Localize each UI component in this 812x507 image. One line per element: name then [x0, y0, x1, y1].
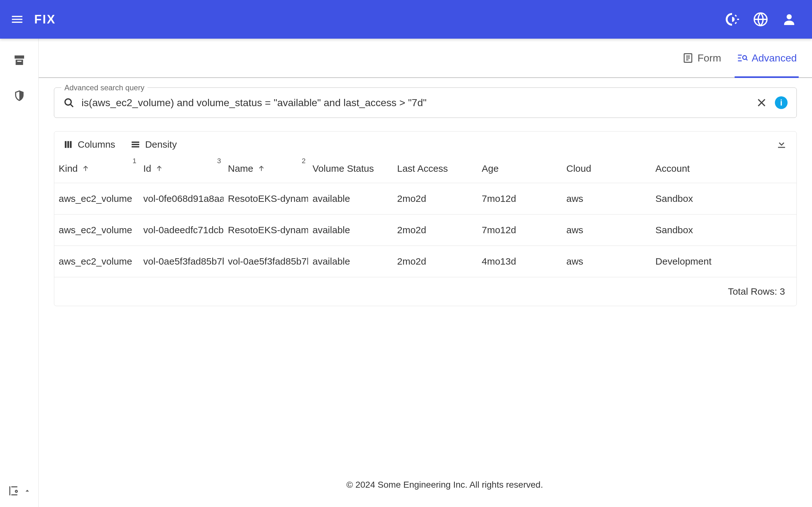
col-last-access-label: Last Access	[397, 163, 448, 174]
sort-asc-icon	[155, 164, 163, 173]
table-row[interactable]: aws_ec2_volumevol-0fe068d91a8aaacResotoE…	[54, 183, 797, 215]
cell-kind: aws_ec2_volume	[54, 215, 139, 246]
cell-age: 7mo12d	[477, 183, 562, 215]
cell-account: Sandbox	[651, 215, 797, 246]
sidebar	[0, 39, 39, 507]
cell-kind: aws_ec2_volume	[54, 246, 139, 277]
table-row[interactable]: aws_ec2_volumevol-0adeedfc71dcbe9ResotoE…	[54, 215, 797, 246]
col-last-access[interactable]: Last Access	[393, 158, 477, 183]
col-kind-label: Kind	[59, 163, 78, 174]
cell-volume_status: available	[308, 215, 393, 246]
search-icon	[63, 97, 74, 108]
cell-id: vol-0adeedfc71dcbe9	[139, 215, 223, 246]
columns-label: Columns	[78, 139, 115, 150]
advanced-search-icon	[737, 52, 748, 64]
info-icon[interactable]: i	[775, 96, 788, 109]
col-age-label: Age	[482, 163, 499, 174]
cell-kind: aws_ec2_volume	[54, 183, 139, 215]
cell-name: vol-0ae5f3fad85b7b3	[223, 246, 308, 277]
cell-id: vol-0ae5f3fad85b7b3	[139, 246, 223, 277]
cell-last_access: 2mo2d	[393, 215, 477, 246]
results-table: Kind 1 Id 3	[54, 158, 797, 277]
cell-volume_status: available	[308, 183, 393, 215]
cell-cloud: aws	[562, 215, 651, 246]
sidebar-footer[interactable]	[0, 485, 38, 497]
tab-advanced[interactable]: Advanced	[737, 39, 797, 77]
cell-account: Development	[651, 246, 797, 277]
cell-id: vol-0fe068d91a8aaac	[139, 183, 223, 215]
results-card: Columns Density Kind	[54, 131, 797, 306]
cell-volume_status: available	[308, 246, 393, 277]
search-box: Advanced search query i	[54, 88, 797, 118]
user-icon[interactable]	[781, 12, 797, 27]
density-button[interactable]: Density	[131, 139, 177, 150]
table-row[interactable]: aws_ec2_volumevol-0ae5f3fad85b7b3vol-0ae…	[54, 246, 797, 277]
col-name-label: Name	[228, 163, 253, 174]
theme-toggle-icon[interactable]	[724, 12, 740, 27]
col-account-label: Account	[655, 163, 690, 174]
settings-panel-icon	[7, 485, 19, 497]
tabs-row: Form Advanced	[39, 39, 812, 78]
table-footer: Total Rows: 3	[54, 277, 797, 306]
shield-icon[interactable]	[13, 89, 26, 102]
tab-form-label: Form	[698, 52, 721, 64]
svg-point-3	[743, 56, 746, 60]
cell-last_access: 2mo2d	[393, 183, 477, 215]
app-header: FIX	[0, 0, 812, 39]
sort-index: 2	[302, 157, 305, 165]
form-icon	[682, 52, 694, 64]
page-footer: © 2024 Some Engineering Inc. All rights …	[78, 471, 812, 507]
tab-form[interactable]: Form	[682, 39, 721, 77]
svg-point-4	[65, 99, 71, 105]
table-toolbar: Columns Density	[54, 131, 797, 158]
search-label: Advanced search query	[61, 83, 148, 92]
col-volume-status[interactable]: Volume Status	[308, 158, 393, 183]
col-kind[interactable]: Kind 1	[54, 158, 139, 183]
col-account[interactable]: Account	[651, 158, 797, 183]
col-id-label: Id	[143, 163, 151, 174]
cell-name: ResotoEKS-dynamic-p	[223, 183, 308, 215]
cell-age: 4mo13d	[477, 246, 562, 277]
chevron-up-icon	[23, 487, 32, 495]
sort-index: 3	[217, 157, 221, 165]
clear-icon[interactable]	[756, 97, 767, 108]
col-name[interactable]: Name 2	[223, 158, 308, 183]
col-cloud[interactable]: Cloud	[562, 158, 651, 183]
app-logo: FIX	[34, 13, 56, 26]
columns-button[interactable]: Columns	[63, 139, 115, 150]
download-icon[interactable]	[775, 138, 788, 150]
sort-asc-icon	[82, 164, 90, 173]
search-input[interactable]	[82, 97, 749, 109]
total-rows: Total Rows: 3	[728, 286, 785, 297]
col-volume-status-label: Volume Status	[312, 163, 374, 174]
density-icon	[131, 139, 141, 150]
density-label: Density	[145, 139, 177, 150]
col-cloud-label: Cloud	[566, 163, 591, 174]
cell-last_access: 2mo2d	[393, 246, 477, 277]
sort-asc-icon	[257, 164, 265, 173]
sort-index: 1	[133, 157, 136, 165]
cell-age: 7mo12d	[477, 215, 562, 246]
col-age[interactable]: Age	[477, 158, 562, 183]
globe-icon[interactable]	[753, 12, 768, 27]
svg-point-1	[786, 14, 792, 19]
cell-name: ResotoEKS-dynamic-p	[223, 215, 308, 246]
inventory-icon[interactable]	[13, 54, 26, 66]
cell-cloud: aws	[562, 246, 651, 277]
columns-icon	[63, 139, 73, 150]
menu-icon[interactable]	[10, 12, 24, 26]
col-id[interactable]: Id 3	[139, 158, 223, 183]
cell-account: Sandbox	[651, 183, 797, 215]
tab-advanced-label: Advanced	[752, 52, 797, 64]
cell-cloud: aws	[562, 183, 651, 215]
